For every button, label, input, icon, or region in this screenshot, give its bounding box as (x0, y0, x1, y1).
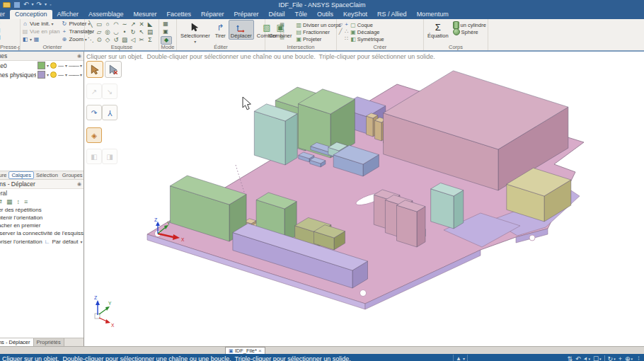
cylinder-button[interactable]: un cylindre (453, 21, 486, 28)
fill-region-icon[interactable]: ▨ (120, 36, 129, 44)
diamond-icon[interactable]: ◇ (103, 36, 112, 44)
ribbon-tab-conception[interactable]: Conception (10, 10, 52, 19)
pull-tool-button[interactable]: ↱ Tirer (213, 20, 228, 40)
spline-icon[interactable]: ∼ (120, 21, 129, 28)
open-icon[interactable] (3, 2, 11, 8)
updown-icon[interactable]: ↕ (17, 198, 21, 205)
mirror-button[interactable]: ◧Symétrique (350, 35, 384, 42)
sweep-arc-icon[interactable]: ↻ (129, 28, 137, 36)
ribbon-tab-t-le[interactable]: Tôle (290, 10, 313, 19)
rotate-sketch-icon[interactable]: ↺ (112, 36, 120, 44)
ribbon-tab-assemblage[interactable]: Assemblage (84, 10, 129, 19)
combine-button[interactable]: ▣ Combiner (267, 20, 294, 42)
component-tan-face[interactable] (367, 116, 374, 137)
fulcrum-guide-button[interactable]: Y (102, 105, 117, 120)
corner-icon[interactable]: ◣ (146, 21, 154, 28)
ellipse-icon[interactable]: ◎ (103, 28, 112, 36)
layer-row[interactable]: Couches physiques ▾ —▾ ——▾ (0, 70, 84, 79)
ribbon-tab-pr-parer[interactable]: Préparer (229, 10, 264, 19)
select-cursor-icon[interactable]: ➤▾ (584, 356, 590, 361)
layer-color-swatch[interactable] (38, 71, 45, 79)
move-tool-button[interactable]: Déplacer (229, 20, 254, 40)
view-style-button[interactable]: ◧▾▦ (22, 35, 59, 43)
ribbon-tab-keyshot[interactable]: KeyShot (338, 10, 372, 19)
ribbon-tab-mesurer[interactable]: Mesurer (128, 10, 161, 19)
component-teal-face[interactable] (285, 114, 297, 165)
circle-icon[interactable]: ○ (103, 21, 112, 28)
ribbon-tab-afficher[interactable]: Afficher (52, 10, 84, 19)
equation-sketch-icon[interactable]: Σ (146, 36, 154, 44)
spin-icon[interactable]: ⇅ (568, 355, 573, 361)
line-weight-select[interactable]: — (58, 71, 64, 78)
select-mode-button[interactable] (86, 61, 103, 78)
three-point-arc-icon[interactable]: ◡ (112, 28, 120, 36)
ribbon-tab-rs-allied[interactable]: RS / Allied (372, 10, 412, 19)
move-sketch-icon[interactable]: ↖ (137, 28, 146, 36)
tangent-line-icon[interactable]: ↗ (129, 21, 137, 28)
panel-tab-s-lection[interactable]: Sélection (34, 172, 60, 178)
view-undo-icon[interactable]: ↶ (575, 355, 581, 361)
plane-icon[interactable]: ▱ (338, 22, 343, 28)
layer-color-swatch[interactable] (38, 62, 45, 69)
customize-qat-icon[interactable]: ◦ (50, 1, 51, 8)
sphere-button[interactable]: Sphère (453, 28, 486, 35)
panel-tab-calques[interactable]: Calques (8, 171, 34, 179)
section-mode-icon[interactable]: ▣ (161, 28, 171, 35)
panel-tab-groupes[interactable]: Groupes (60, 172, 84, 178)
pan-icon[interactable]: + (619, 355, 622, 361)
chevron-down-icon[interactable]: ▾ (65, 72, 67, 77)
grid-points-icon[interactable]: ∷ (345, 36, 348, 42)
arc-icon[interactable]: ◠ (112, 21, 120, 28)
orbit-icon[interactable]: ↻▾ (608, 355, 616, 361)
undo-caret-icon[interactable]: ▾ (32, 1, 34, 8)
line-icon[interactable]: ╲ (86, 21, 95, 28)
ribbon-tab-outils[interactable]: Outils (312, 10, 338, 19)
lock-guide-button[interactable]: ◧ (86, 149, 102, 164)
chamfer-icon[interactable]: ◁ (129, 36, 137, 44)
offset-button[interactable]: ▣Décalage (350, 28, 384, 35)
grid-icon[interactable]: ▦ (6, 198, 13, 205)
ribbon-tab-r-parer[interactable]: Réparer (196, 10, 229, 19)
list-icon[interactable]: ≡ (24, 198, 28, 205)
component-pink-face[interactable] (397, 205, 418, 247)
orientation-option-row[interactable]: Mémoriser l'orientation ∟ Par défaut ▾ (0, 237, 84, 246)
pin-icon[interactable]: ◉ (77, 53, 81, 59)
equation-button[interactable]: Σ Équation (425, 20, 451, 40)
component-tan-face[interactable] (375, 120, 382, 141)
zoom-icon[interactable]: ⊕▾ (625, 355, 633, 361)
anchor-guide-button[interactable]: ↘ (102, 84, 117, 99)
home-view-button[interactable]: ⌂Vue init.▾ (22, 20, 59, 28)
copy-icon[interactable]: ▣ (0, 27, 1, 34)
swap-icon[interactable]: ⇄ (0, 198, 2, 205)
plan-view-button[interactable]: ▤Vue en plan (22, 28, 59, 35)
split-body-button[interactable]: ▥Diviser un corps (297, 21, 341, 28)
polygon-icon[interactable]: ▷ (86, 28, 95, 36)
option-cr-er-des-r-p-titions[interactable]: ▫Créer des répétitions (0, 206, 84, 214)
paste-icon[interactable]: ◨ (0, 34, 1, 41)
layer-visible-icon[interactable] (50, 71, 57, 78)
axis-icon[interactable]: ╱ (338, 29, 343, 35)
box-select-icon[interactable]: ☐▾ (593, 355, 602, 361)
pin-icon[interactable]: ◉ (77, 181, 81, 187)
component-teal-face[interactable] (454, 190, 464, 229)
bottom-tab-options-d-placer[interactable]: Options - Déplacer (0, 338, 34, 346)
model-3d-view[interactable]: ZYXZYX (84, 52, 644, 346)
option-d-tacher-en-premier[interactable]: ▫Détacher en premier (0, 222, 84, 229)
orientation-value-select[interactable]: Par défaut (52, 239, 79, 245)
design-canvas[interactable]: Cliquer sur un objet. Double-cliquer pou… (84, 52, 644, 346)
ribbon-tab-momentum[interactable]: Momentum (412, 10, 454, 19)
trim-icon[interactable]: ✕ (137, 21, 146, 28)
warning-dropdown[interactable]: ▲ ▾ (453, 355, 468, 361)
line-weight-select[interactable]: — (58, 62, 64, 69)
layer-row[interactable]: Calque0 ▾ —▾ ——▾ (0, 61, 84, 70)
point-icon[interactable]: • (120, 28, 129, 36)
save-icon[interactable] (13, 1, 21, 8)
point-tool-icon[interactable]: ∴ (345, 29, 348, 35)
construction-line-icon[interactable]: ⋱ (86, 36, 95, 44)
sketch-mode-icon[interactable]: ▦ (161, 21, 171, 28)
bottom-tab-propri-t-s[interactable]: Propriétés (34, 338, 64, 346)
chevron-down-icon[interactable]: ▾ (65, 63, 67, 68)
document-tab[interactable]: ▣ IDF_File* × (225, 347, 265, 354)
more-icon[interactable]: ⋮ (636, 355, 642, 361)
undo-icon[interactable]: ↶ (23, 1, 29, 8)
